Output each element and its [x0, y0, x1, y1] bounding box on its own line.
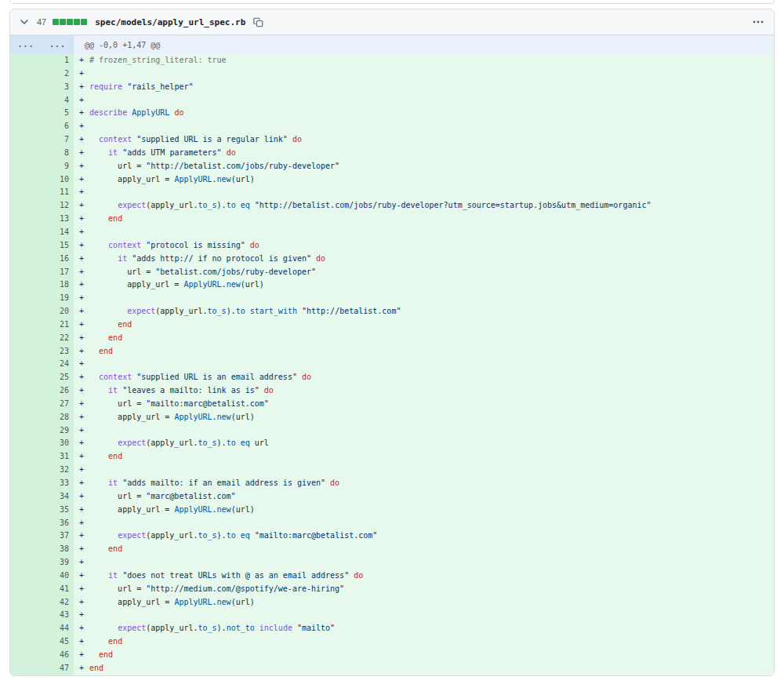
- expand-hunk-new-button[interactable]: ...: [49, 41, 66, 49]
- new-line-number-cell[interactable]: 37: [42, 529, 74, 543]
- new-line-number-cell[interactable]: 5: [42, 107, 74, 120]
- old-line-number-cell[interactable]: [10, 622, 42, 635]
- old-line-number-cell[interactable]: [10, 398, 42, 411]
- new-line-number-cell[interactable]: 38: [42, 543, 74, 556]
- new-line-number-cell[interactable]: 26: [42, 384, 74, 398]
- old-line-number-cell[interactable]: [10, 437, 42, 450]
- old-line-number-cell[interactable]: [10, 543, 42, 556]
- old-line-number-cell[interactable]: [10, 345, 42, 358]
- new-line-number-cell[interactable]: 3: [42, 81, 74, 94]
- old-line-number-cell[interactable]: [10, 529, 42, 543]
- old-line-number-cell[interactable]: [10, 266, 42, 279]
- new-line-number-cell[interactable]: 46: [42, 649, 74, 662]
- new-line-number-cell[interactable]: 41: [42, 583, 74, 596]
- code-token-kw: do: [330, 478, 339, 487]
- old-line-number-cell[interactable]: [10, 411, 42, 424]
- new-line-number-cell[interactable]: 43: [42, 609, 74, 622]
- old-line-number-cell[interactable]: [10, 173, 42, 187]
- old-line-number-cell[interactable]: [10, 318, 42, 332]
- new-line-number-cell[interactable]: 18: [42, 278, 74, 292]
- file-options-button[interactable]: [750, 14, 766, 30]
- new-line-number-cell[interactable]: 13: [42, 213, 74, 226]
- new-line-number-cell[interactable]: 24: [42, 358, 74, 371]
- new-line-number-cell[interactable]: 15: [42, 239, 74, 253]
- old-line-number-cell[interactable]: [10, 67, 42, 81]
- old-line-number-cell[interactable]: [10, 278, 42, 292]
- old-line-number-cell[interactable]: [10, 504, 42, 517]
- old-line-number-cell[interactable]: [10, 596, 42, 609]
- old-line-number-cell[interactable]: [10, 239, 42, 253]
- new-line-number-cell[interactable]: 25: [42, 371, 74, 384]
- new-line-number-cell[interactable]: 30: [42, 437, 74, 450]
- new-line-number-cell[interactable]: 4: [42, 94, 74, 107]
- new-line-number-cell[interactable]: 8: [42, 147, 74, 160]
- old-line-number-cell[interactable]: [10, 107, 42, 120]
- old-line-number-cell[interactable]: [10, 186, 42, 199]
- old-line-number-cell[interactable]: [10, 358, 42, 371]
- new-line-number-cell[interactable]: 9: [42, 160, 74, 173]
- old-line-number-cell[interactable]: [10, 649, 42, 662]
- old-line-number-cell[interactable]: [10, 332, 42, 345]
- old-line-number-cell[interactable]: [10, 160, 42, 173]
- old-line-number-cell[interactable]: [10, 292, 42, 305]
- old-line-number-cell[interactable]: [10, 94, 42, 107]
- old-line-number-cell[interactable]: [10, 226, 42, 239]
- old-line-number-cell[interactable]: [10, 54, 42, 67]
- new-line-number-cell[interactable]: 17: [42, 266, 74, 279]
- old-line-number-cell[interactable]: [10, 517, 42, 530]
- old-line-number-cell[interactable]: [10, 120, 42, 133]
- old-line-number-cell[interactable]: [10, 583, 42, 596]
- expand-hunk-old-button[interactable]: ...: [17, 41, 34, 49]
- new-line-number-cell[interactable]: 20: [42, 305, 74, 318]
- old-line-number-cell[interactable]: [10, 477, 42, 490]
- new-line-number-cell[interactable]: 44: [42, 622, 74, 635]
- old-line-number-cell[interactable]: [10, 371, 42, 384]
- new-line-number-cell[interactable]: 31: [42, 450, 74, 464]
- old-line-number-cell[interactable]: [10, 253, 42, 266]
- old-line-number-cell[interactable]: [10, 464, 42, 477]
- old-line-number-cell[interactable]: [10, 424, 42, 438]
- old-line-number-cell[interactable]: [10, 305, 42, 318]
- old-line-number-cell[interactable]: [10, 556, 42, 569]
- new-line-number-cell[interactable]: 16: [42, 253, 74, 266]
- new-line-number-cell[interactable]: 32: [42, 464, 74, 477]
- new-line-number-cell[interactable]: 12: [42, 199, 74, 213]
- old-line-number-cell[interactable]: [10, 490, 42, 504]
- new-line-number-cell[interactable]: 11: [42, 186, 74, 199]
- old-line-number-cell[interactable]: [10, 133, 42, 147]
- old-line-number-cell[interactable]: [10, 384, 42, 398]
- new-line-number-cell[interactable]: 23: [42, 345, 74, 358]
- new-line-number-cell[interactable]: 7: [42, 133, 74, 147]
- new-line-number-cell[interactable]: 33: [42, 477, 74, 490]
- old-line-number-cell[interactable]: [10, 450, 42, 464]
- old-line-number-cell[interactable]: [10, 609, 42, 622]
- old-line-number-cell[interactable]: [10, 81, 42, 94]
- new-line-number-cell[interactable]: 28: [42, 411, 74, 424]
- old-line-number-cell[interactable]: [10, 662, 42, 675]
- new-line-number-cell[interactable]: 35: [42, 504, 74, 517]
- new-line-number-cell[interactable]: 1: [42, 54, 74, 67]
- old-line-number-cell[interactable]: [10, 147, 42, 160]
- new-line-number-cell[interactable]: 39: [42, 556, 74, 569]
- new-line-number-cell[interactable]: 29: [42, 424, 74, 438]
- old-line-number-cell[interactable]: [10, 199, 42, 213]
- new-line-number-cell[interactable]: 19: [42, 292, 74, 305]
- new-line-number-cell[interactable]: 34: [42, 490, 74, 504]
- copy-path-button[interactable]: [252, 16, 265, 29]
- new-line-number-cell[interactable]: 47: [42, 662, 74, 675]
- new-line-number-cell[interactable]: 22: [42, 332, 74, 345]
- new-line-number-cell[interactable]: 2: [42, 67, 74, 81]
- new-line-number-cell[interactable]: 14: [42, 226, 74, 239]
- new-line-number-cell[interactable]: 6: [42, 120, 74, 133]
- new-line-number-cell[interactable]: 10: [42, 173, 74, 187]
- old-line-number-cell[interactable]: [10, 635, 42, 649]
- new-line-number-cell[interactable]: 36: [42, 517, 74, 530]
- new-line-number-cell[interactable]: 27: [42, 398, 74, 411]
- new-line-number-cell[interactable]: 21: [42, 318, 74, 332]
- old-line-number-cell[interactable]: [10, 569, 42, 583]
- new-line-number-cell[interactable]: 42: [42, 596, 74, 609]
- new-line-number-cell[interactable]: 40: [42, 569, 74, 583]
- collapse-file-button[interactable]: [18, 16, 31, 28]
- new-line-number-cell[interactable]: 45: [42, 635, 74, 649]
- old-line-number-cell[interactable]: [10, 213, 42, 226]
